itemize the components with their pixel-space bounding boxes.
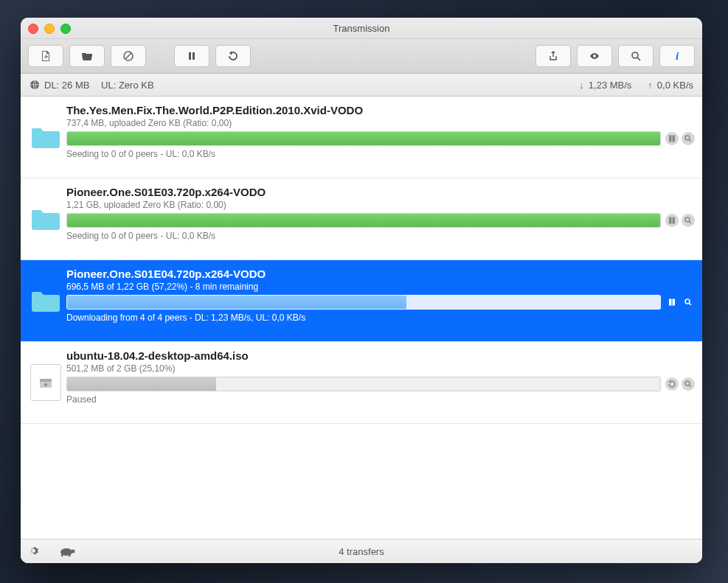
stats-dl-rate: 1,23 MB/s [589, 80, 632, 91]
transfer-list: The.Yes.Men.Fix.The.World.P2P.Edition.20… [21, 97, 702, 539]
minimize-window-button[interactable] [44, 24, 55, 34]
svg-line-11 [689, 139, 691, 142]
svg-text:i: i [676, 50, 679, 62]
transfer-status-line2: Seeding to 0 of 0 peers - UL: 0,0 KB/s [66, 149, 695, 159]
svg-point-22 [44, 383, 47, 386]
reveal-transfer-button[interactable] [682, 377, 695, 391]
transfer-status-line2: Paused [66, 394, 695, 405]
stats-ul-label: UL: Zero KB [101, 80, 154, 91]
transfer-row[interactable]: The.Yes.Men.Fix.The.World.P2P.Edition.20… [21, 97, 702, 178]
file-plus-icon [40, 50, 52, 62]
share-icon [547, 50, 559, 62]
toolbar: i [21, 39, 702, 74]
svg-line-1 [125, 53, 131, 59]
svg-point-26 [72, 550, 75, 554]
create-torrent-button[interactable] [28, 45, 63, 67]
svg-rect-8 [670, 136, 672, 142]
transfer-row[interactable]: Pioneer.One.S01E04.720p.x264-VODO696,5 M… [21, 260, 702, 342]
settings-gear-icon[interactable] [30, 545, 41, 557]
search-icon [630, 50, 642, 62]
folder-icon [27, 266, 65, 335]
svg-rect-16 [670, 299, 672, 305]
transfer-status-line1: 696,5 MB of 1,22 GB (57,22%) - 8 min rem… [66, 282, 695, 292]
svg-line-5 [637, 57, 640, 60]
footer-count-label: 4 transfers [21, 546, 702, 557]
transfer-status-line1: 1,21 GB, uploaded Zero KB (Ratio: 0,00) [66, 200, 695, 210]
svg-rect-2 [189, 52, 191, 60]
folder-open-icon [81, 50, 93, 62]
transfer-row[interactable]: Pioneer.One.S01E03.720p.x264-VODO1,21 GB… [21, 178, 702, 260]
svg-line-24 [689, 385, 691, 387]
svg-rect-9 [673, 136, 675, 142]
window-title: Transmission [333, 23, 390, 34]
filter-button[interactable] [618, 45, 654, 67]
transfer-status-line1: 501,2 MB of 2 GB (25,10%) [66, 363, 695, 374]
pause-transfer-button[interactable] [665, 296, 679, 309]
footer-bar: 4 transfers [21, 539, 702, 563]
reveal-transfer-button[interactable] [682, 214, 695, 227]
svg-rect-27 [61, 554, 63, 556]
progress-bar [66, 295, 661, 310]
download-arrow-icon: ↓ [579, 80, 584, 91]
folder-icon [27, 102, 65, 172]
turtle-speed-icon[interactable] [58, 546, 77, 556]
transfer-status-line2: Downloading from 4 of 4 peers - DL: 1,23… [66, 313, 695, 323]
transfer-status-line1: 737,4 MB, uploaded Zero KB (Ratio: 0,00) [66, 118, 695, 128]
window-controls [28, 24, 71, 34]
pause-transfer-button[interactable] [665, 214, 679, 227]
titlebar: Transmission [21, 18, 702, 39]
close-window-button[interactable] [28, 24, 38, 34]
stats-ul-rate: 0,0 KB/s [657, 80, 693, 91]
pause-transfer-button[interactable] [665, 132, 679, 145]
transfer-status-line2: Seeding to 0 of 0 peers - UL: 0,0 KB/s [66, 231, 695, 241]
progress-bar [66, 131, 661, 146]
svg-rect-21 [40, 379, 52, 382]
transfer-name: The.Yes.Men.Fix.The.World.P2P.Edition.20… [66, 104, 695, 116]
svg-point-4 [632, 52, 638, 58]
reveal-transfer-button[interactable] [682, 296, 695, 309]
progress-bar [66, 213, 661, 228]
quicklook-button[interactable] [577, 45, 612, 67]
svg-point-18 [685, 299, 690, 304]
resume-transfer-button[interactable] [665, 377, 679, 391]
upload-arrow-icon: ↑ [648, 80, 653, 91]
svg-point-10 [685, 136, 690, 140]
transfer-row[interactable]: ubuntu-18.04.2-desktop-amd64.iso501,2 MB… [21, 342, 702, 424]
disk-image-icon [27, 348, 65, 417]
progress-bar [66, 377, 661, 391]
svg-rect-13 [673, 217, 675, 223]
open-torrent-button[interactable] [69, 45, 105, 67]
reveal-transfer-button[interactable] [682, 132, 695, 145]
no-entry-icon [122, 50, 134, 62]
inspector-button[interactable]: i [659, 45, 695, 67]
pause-all-button[interactable] [174, 45, 209, 67]
app-window: Transmission i [21, 18, 702, 563]
svg-line-19 [689, 303, 691, 305]
svg-point-23 [685, 381, 690, 385]
remove-torrent-button[interactable] [111, 45, 146, 67]
share-button[interactable] [535, 45, 571, 67]
zoom-window-button[interactable] [60, 24, 71, 34]
stats-bar: DL: 26 MB UL: Zero KB ↓ 1,23 MB/s ↑ 0,0 … [21, 74, 702, 97]
eye-icon [589, 50, 600, 62]
transfer-name: ubuntu-18.04.2-desktop-amd64.iso [66, 349, 695, 362]
svg-rect-12 [670, 217, 672, 223]
globe-icon [30, 80, 40, 90]
folder-icon [27, 184, 65, 254]
svg-rect-28 [69, 554, 71, 556]
svg-rect-17 [673, 299, 675, 305]
info-icon: i [671, 50, 683, 62]
resume-icon [227, 50, 239, 62]
transfer-name: Pioneer.One.S01E04.720p.x264-VODO [66, 268, 695, 280]
transfer-name: Pioneer.One.S01E03.720p.x264-VODO [66, 186, 695, 198]
resume-all-button[interactable] [215, 45, 251, 67]
svg-line-15 [689, 221, 691, 223]
pause-icon [186, 50, 198, 62]
svg-rect-3 [193, 52, 195, 60]
svg-point-14 [685, 217, 690, 222]
stats-dl-label: DL: 26 MB [44, 80, 89, 91]
